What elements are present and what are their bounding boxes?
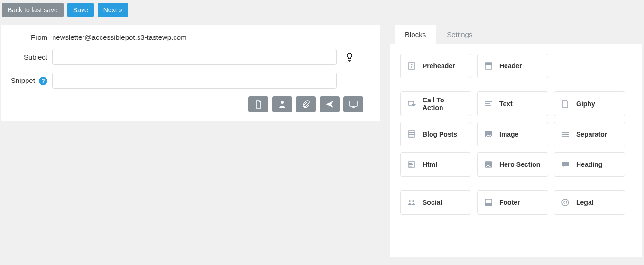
desktop-icon-button[interactable] <box>343 96 363 112</box>
svg-rect-22 <box>409 164 413 165</box>
block-giphy[interactable]: Giphy <box>554 91 625 116</box>
block-heading[interactable]: Heading <box>554 152 625 177</box>
subject-label: Subject <box>1 53 52 61</box>
block-preheader[interactable]: Preheader <box>400 54 471 78</box>
block-label: Preheader <box>423 62 455 70</box>
svg-rect-13 <box>409 134 414 135</box>
block-label: Text <box>499 100 513 108</box>
block-label: Social <box>423 199 442 206</box>
block-label: Call To Action <box>423 96 464 111</box>
svg-rect-1 <box>350 101 357 106</box>
block-footer[interactable]: Footer <box>477 190 548 215</box>
tab-settings[interactable]: Settings <box>436 25 483 44</box>
separator-icon <box>561 130 570 138</box>
user-icon-button[interactable] <box>272 96 292 112</box>
svg-rect-6 <box>485 63 492 65</box>
next-button[interactable]: Next » <box>98 3 128 17</box>
post-icon <box>407 130 416 138</box>
save-button[interactable]: Save <box>67 3 94 17</box>
block-label: Blog Posts <box>423 130 457 138</box>
block-header[interactable]: Header <box>477 54 548 78</box>
snippet-input[interactable] <box>52 73 337 89</box>
block-html[interactable]: Html <box>400 152 471 177</box>
lightbulb-icon[interactable] <box>345 52 354 62</box>
tabs: Blocks Settings <box>390 25 642 44</box>
users-icon <box>407 198 416 207</box>
image-icon <box>484 130 493 138</box>
svg-rect-14 <box>409 136 413 136</box>
cc-icon <box>561 198 570 207</box>
top-toolbar: Back to last save Save Next » <box>0 0 644 20</box>
block-label: Heading <box>576 161 602 168</box>
help-icon[interactable]: ? <box>39 77 47 85</box>
block-text[interactable]: Text <box>477 91 548 116</box>
block-hero-section[interactable]: Hero Section <box>477 152 548 177</box>
block-social[interactable]: Social <box>400 190 471 215</box>
file-icon-button[interactable] <box>248 96 268 112</box>
email-form-card: From newsletter@accessiblepot.s3-tastewp… <box>1 25 380 121</box>
block-legal[interactable]: Legal <box>554 190 625 215</box>
svg-rect-23 <box>409 166 412 167</box>
svg-point-3 <box>411 64 412 65</box>
subject-input[interactable] <box>52 49 337 65</box>
svg-rect-21 <box>409 163 412 164</box>
send-icon-button[interactable] <box>320 96 340 112</box>
svg-rect-29 <box>485 203 492 206</box>
block-label: Html <box>423 161 437 168</box>
cursor-icon <box>407 100 416 108</box>
layout-header-icon <box>484 62 493 70</box>
svg-point-16 <box>487 133 488 134</box>
block-label: Footer <box>499 199 520 206</box>
file-icon <box>561 100 570 108</box>
block-call-to-action[interactable]: Call To Action <box>400 91 471 116</box>
svg-point-26 <box>409 200 411 202</box>
block-label: Header <box>499 62 522 70</box>
back-button[interactable]: Back to last save <box>2 3 64 17</box>
hero-icon <box>484 160 493 169</box>
lines-icon <box>484 100 493 108</box>
block-separator[interactable]: Separator <box>554 122 625 146</box>
info-box-icon <box>407 62 416 70</box>
block-blog-posts[interactable]: Blog Posts <box>400 122 471 146</box>
svg-rect-12 <box>409 132 414 133</box>
block-label: Legal <box>576 199 594 206</box>
tab-blocks[interactable]: Blocks <box>395 25 436 44</box>
block-image[interactable]: Image <box>477 122 548 146</box>
from-label: From <box>1 33 52 41</box>
code-icon <box>407 160 416 169</box>
block-label: Hero Section <box>499 161 540 168</box>
layout-footer-icon <box>484 198 493 207</box>
svg-point-25 <box>487 163 488 164</box>
block-label: Giphy <box>576 100 595 108</box>
block-label: Image <box>499 130 518 138</box>
svg-point-0 <box>281 101 284 104</box>
attachment-icon-button[interactable] <box>296 96 316 112</box>
block-label: Separator <box>576 130 607 138</box>
snippet-label: Snippet ? <box>1 76 52 85</box>
svg-point-27 <box>412 200 414 202</box>
from-value: newsletter@accessiblepot.s3-tastewp.com <box>52 33 370 41</box>
comment-icon <box>561 160 570 169</box>
svg-point-30 <box>562 199 569 206</box>
